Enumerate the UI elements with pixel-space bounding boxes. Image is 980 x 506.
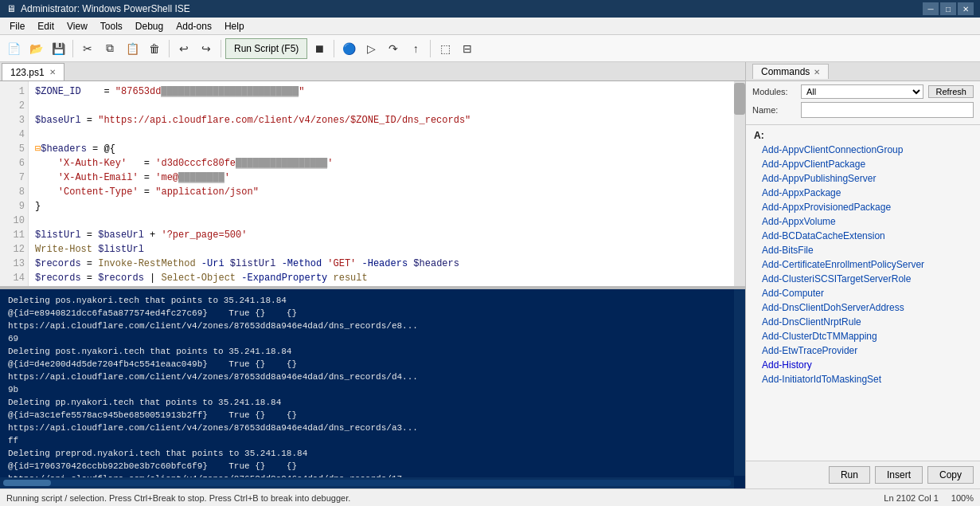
title-icon: 🖥	[6, 3, 16, 14]
cmd-section-a: A:	[746, 128, 980, 143]
line-num: 6	[5, 156, 25, 171]
cmd-item[interactable]: Add-DnsClientDohServerAddress	[746, 300, 980, 315]
title-bar: 🖥 Administrator: Windows PowerShell ISE …	[0, 0, 980, 18]
open-button[interactable]: 📂	[25, 38, 46, 59]
line-num: 10	[5, 214, 25, 228]
cmd-item[interactable]: Add-ClusteriSCSITargetServerRole	[746, 272, 980, 286]
cmd-item[interactable]: Add-AppvPublishingServer	[746, 171, 980, 186]
line-num: 11	[5, 228, 25, 242]
terminal-content: Deleting pos.nyakori.tech that points to…	[0, 289, 745, 488]
status-right: Ln 2102 Col 1 100%	[884, 493, 974, 503]
cmd-item[interactable]: Add-InitiatorIdToMaskingSet	[746, 372, 980, 386]
line-col: Ln 2102 Col 1	[884, 493, 939, 503]
file-tab[interactable]: 123.ps1 ✕	[2, 63, 64, 80]
cmd-item[interactable]: Add-History	[746, 358, 980, 372]
run-script-button[interactable]: Run Script (F5)	[225, 38, 307, 59]
redo-button[interactable]: ↪	[196, 38, 217, 59]
hscroll-track	[3, 480, 731, 486]
close-button[interactable]: ✕	[958, 2, 974, 15]
insert-button[interactable]: Insert	[875, 466, 923, 484]
cut-button[interactable]: ✂	[77, 38, 98, 59]
modules-select[interactable]: All	[801, 84, 923, 99]
commands-list: A: Add-AppvClientConnectionGroup Add-App…	[746, 125, 980, 461]
sep5	[430, 40, 431, 57]
line-num: 14	[5, 271, 25, 285]
modules-row: Modules: All Refresh	[752, 84, 974, 99]
menu-edit[interactable]: Edit	[31, 18, 61, 34]
line-num: 5	[5, 142, 25, 156]
copy-footer-button[interactable]: Copy	[927, 466, 974, 484]
code-content[interactable]: $ZONE_ID = "87653dd█████████████████████…	[29, 81, 734, 286]
paste-button[interactable]: 📋	[122, 38, 143, 59]
tab-label: 123.ps1	[10, 67, 45, 78]
line-numbers: 1 2 3 4 5 6 7 8 9 10 11 12 13 14 15 16	[0, 81, 29, 286]
cmd-item[interactable]: Add-DnsClientNrptRule	[746, 315, 980, 329]
cmd-item[interactable]: Add-CertificateEnrollmentPolicyServer	[746, 257, 980, 272]
cmd-item[interactable]: Add-BCDataCacheExtension	[746, 229, 980, 243]
name-input[interactable]	[801, 102, 974, 118]
stepout-button[interactable]: ↑	[405, 38, 426, 59]
line-num: 12	[5, 242, 25, 257]
line-num: 13	[5, 257, 25, 271]
cmd-item[interactable]: Add-EtwTraceProvider	[746, 343, 980, 358]
line-num: 9	[5, 199, 25, 214]
terminal-hscrollbar[interactable]	[0, 477, 734, 488]
restore-button[interactable]: □	[940, 2, 956, 15]
line-num: 3	[5, 113, 25, 127]
expand-button[interactable]: ⬚	[435, 38, 455, 59]
run-button[interactable]: Run	[829, 466, 870, 484]
copy-button[interactable]: ⧉	[100, 38, 120, 59]
debug-button[interactable]: 🔵	[338, 38, 359, 59]
line-num: 7	[5, 171, 25, 185]
status-bar: Running script / selection. Press Ctrl+B…	[0, 488, 980, 506]
title-controls: ─ □ ✕	[923, 2, 974, 15]
step-button[interactable]: ▷	[361, 38, 381, 59]
stop-button[interactable]: ⏹	[309, 38, 330, 59]
menu-help[interactable]: Help	[218, 18, 251, 34]
editor-scrollbar[interactable]	[734, 81, 745, 286]
commands-panel: Commands ✕ Modules: All Refresh Name: A:…	[745, 62, 980, 488]
new-button[interactable]: 📄	[3, 38, 24, 59]
cmd-item[interactable]: Add-AppxProvisionedPackage	[746, 200, 980, 214]
tab-bar: 123.ps1 ✕	[0, 62, 745, 81]
menu-addons[interactable]: Add-ons	[170, 18, 218, 34]
commands-tab-close[interactable]: ✕	[814, 68, 820, 76]
code-editor[interactable]: 1 2 3 4 5 6 7 8 9 10 11 12 13 14 15 16	[0, 81, 745, 286]
clear-button[interactable]: 🗑	[144, 38, 165, 59]
status-message: Running script / selection. Press Ctrl+B…	[6, 493, 350, 503]
stepover-button[interactable]: ↷	[383, 38, 404, 59]
run-script-label: Run Script (F5)	[234, 43, 299, 54]
sep4	[334, 40, 334, 57]
commands-header: Commands ✕	[746, 62, 980, 81]
name-row: Name:	[752, 102, 974, 118]
undo-button[interactable]: ↩	[174, 38, 194, 59]
menu-view[interactable]: View	[61, 18, 94, 34]
editor-terminal: 123.ps1 ✕ 1 2 3 4 5 6 7 8 9 10 11	[0, 62, 745, 488]
tab-close-button[interactable]: ✕	[49, 68, 56, 76]
commands-tab-label: Commands	[761, 66, 810, 77]
cmd-item[interactable]: Add-AppxVolume	[746, 214, 980, 229]
cmd-item[interactable]: Add-AppxPackage	[746, 186, 980, 200]
menu-tools[interactable]: Tools	[94, 18, 129, 34]
cmd-item[interactable]: Add-Computer	[746, 286, 980, 300]
sep1	[72, 40, 73, 57]
cmd-item[interactable]: Add-BitsFile	[746, 243, 980, 257]
layout-button[interactable]: ⊟	[457, 38, 478, 59]
terminal-scrollbar[interactable]	[734, 289, 745, 476]
line-num: 8	[5, 185, 25, 199]
cmd-item[interactable]: Add-ClusterDtcTMMapping	[746, 329, 980, 343]
cmd-item[interactable]: Add-AppvClientPackage	[746, 157, 980, 171]
refresh-button[interactable]: Refresh	[928, 85, 974, 98]
commands-tab[interactable]: Commands ✕	[752, 64, 829, 79]
cmd-item[interactable]: Add-AppvClientConnectionGroup	[746, 143, 980, 157]
toolbar: 📄 📂 💾 ✂ ⧉ 📋 🗑 ↩ ↪ Run Script (F5) ⏹ 🔵 ▷ …	[0, 35, 980, 62]
modules-label: Modules:	[752, 87, 796, 96]
menu-debug[interactable]: Debug	[129, 18, 170, 34]
terminal-panel[interactable]: Deleting pos.nyakori.tech that points to…	[0, 289, 745, 488]
minimize-button[interactable]: ─	[923, 2, 939, 15]
sep3	[221, 40, 221, 57]
main-area: 123.ps1 ✕ 1 2 3 4 5 6 7 8 9 10 11	[0, 62, 980, 488]
hscroll-thumb[interactable]	[3, 480, 51, 486]
save-button[interactable]: 💾	[48, 38, 68, 59]
menu-file[interactable]: File	[3, 18, 31, 34]
